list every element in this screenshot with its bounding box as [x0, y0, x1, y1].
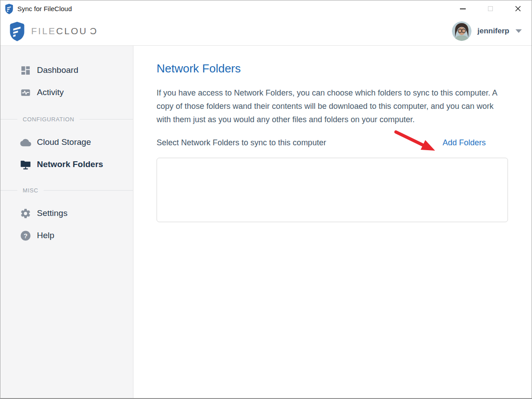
- help-icon: ?: [20, 230, 31, 241]
- app-window: Sync for FileCloud FILECLOUC: [0, 0, 532, 399]
- sidebar-item-label: Help: [37, 231, 54, 240]
- svg-text:?: ?: [24, 232, 28, 239]
- cloud-icon: [20, 137, 31, 148]
- app-shield-icon: [5, 4, 13, 14]
- minimize-icon: [460, 8, 466, 9]
- sidebar-section-misc: MISC: [0, 178, 133, 202]
- main-content: Network Folders If you have access to Ne…: [133, 46, 532, 398]
- add-folders-link[interactable]: Add Folders: [443, 138, 486, 148]
- brand-wordmark: FILECLOUC: [31, 26, 97, 36]
- avatar: [452, 21, 472, 41]
- sidebar-item-dashboard[interactable]: Dashboard: [0, 59, 133, 81]
- select-folders-row: Select Network Folders to sync to this c…: [157, 137, 508, 148]
- sidebar-item-label: Cloud Storage: [37, 137, 91, 147]
- user-name: jenniferp: [477, 27, 509, 36]
- brand-text-file: FILE: [31, 26, 56, 36]
- page-title: Network Folders: [157, 62, 508, 76]
- section-label: MISC: [17, 187, 44, 194]
- filecloud-shield-icon: [9, 21, 25, 41]
- sidebar-item-help[interactable]: ? Help: [0, 224, 133, 247]
- divider: [80, 119, 133, 120]
- sidebar-item-activity[interactable]: Activity: [0, 81, 133, 104]
- brand-logo: FILECLOUC: [9, 21, 97, 41]
- sidebar-item-cloud-storage[interactable]: Cloud Storage: [0, 131, 133, 153]
- network-folder-list: [157, 158, 508, 222]
- user-menu[interactable]: jenniferp: [452, 21, 522, 41]
- dashboard-icon: [20, 65, 31, 76]
- maximize-button[interactable]: [476, 0, 504, 17]
- divider: [0, 190, 17, 191]
- brand-text-cloud: CLOU: [56, 26, 87, 36]
- sidebar: Dashboard Activity CONFIGURATION: [0, 46, 133, 398]
- maximize-icon: [488, 6, 493, 11]
- page-description: If you have access to Network Folders, y…: [157, 86, 508, 126]
- divider: [0, 119, 17, 120]
- window-title: Sync for FileCloud: [17, 5, 72, 12]
- title-bar: Sync for FileCloud: [0, 0, 532, 17]
- sidebar-item-settings[interactable]: Settings: [0, 202, 133, 224]
- gear-icon: [20, 208, 31, 219]
- chevron-down-icon: [516, 29, 522, 33]
- app-header: FILECLOUC: [0, 17, 532, 46]
- sidebar-section-configuration: CONFIGURATION: [0, 107, 133, 131]
- activity-icon: [20, 87, 31, 98]
- sidebar-item-network-folders[interactable]: Network Folders: [0, 153, 133, 176]
- section-label: CONFIGURATION: [17, 116, 80, 123]
- network-folder-icon: [20, 159, 31, 170]
- divider: [44, 190, 133, 191]
- close-icon: [515, 6, 521, 12]
- sidebar-item-label: Settings: [37, 208, 68, 218]
- brand-text-d: C: [89, 26, 97, 36]
- sidebar-item-label: Network Folders: [37, 160, 103, 169]
- sidebar-item-label: Dashboard: [37, 65, 78, 75]
- select-folders-label: Select Network Folders to sync to this c…: [157, 138, 326, 148]
- window-controls: [449, 0, 532, 17]
- window-body: Dashboard Activity CONFIGURATION: [0, 46, 532, 398]
- minimize-button[interactable]: [449, 0, 476, 17]
- sidebar-item-label: Activity: [37, 88, 64, 97]
- close-button[interactable]: [504, 0, 532, 17]
